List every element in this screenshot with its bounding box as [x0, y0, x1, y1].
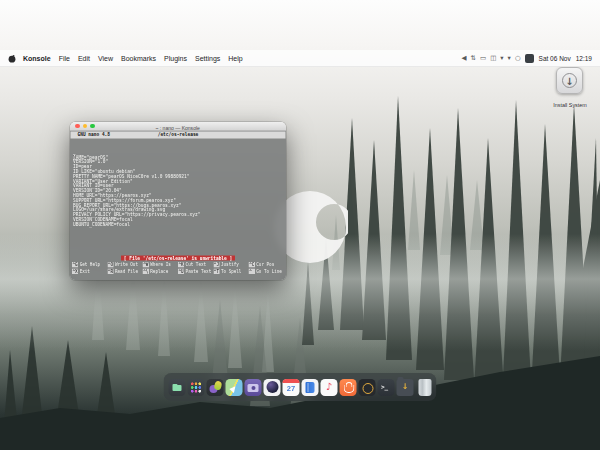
shortcut-key: ^W	[143, 262, 149, 268]
nano-shortcut: ^O Write Out	[107, 262, 142, 268]
music-icon[interactable]	[321, 379, 338, 396]
shortcut-key: ^K	[178, 262, 184, 268]
shortcut-label: Write Out	[115, 262, 138, 268]
camera-lens-icon[interactable]	[359, 379, 376, 396]
download-arrow-icon	[562, 73, 577, 88]
menu-bar: Konsole FileEditViewBookmarksPluginsSett…	[0, 50, 600, 67]
pear-menu-icon[interactable]	[8, 54, 16, 63]
nano-shortcut: ^J Justify	[213, 262, 248, 268]
pear-logo-icon	[8, 54, 16, 63]
shortcut-label: Justify	[221, 262, 239, 268]
battery-icon[interactable]	[480, 54, 486, 63]
nano-file-path: /etc/os-release	[71, 132, 286, 139]
menubar-menu-item[interactable]: Plugins	[164, 55, 187, 62]
menubar-menus: FileEditViewBookmarksPluginsSettingsHelp	[59, 55, 243, 62]
launchpad-icon[interactable]	[188, 379, 205, 396]
nano-shortcut: ^W Where Is	[143, 262, 178, 268]
maps-icon[interactable]	[226, 379, 243, 396]
calendar-day: 27	[283, 383, 300, 395]
maximize-button[interactable]	[90, 124, 95, 129]
sync-arrows-icon[interactable]	[471, 54, 476, 63]
menubar-menu-item[interactable]: Bookmarks	[121, 55, 156, 62]
shortcut-label: Where Is	[150, 262, 170, 268]
calendar-icon[interactable]: 27	[283, 379, 300, 396]
install-system-label: Install System	[532, 96, 600, 114]
menubar-menu-item[interactable]: Settings	[195, 55, 220, 62]
nano-status-bar: [ File '/etc/os-release' is unwritable ]	[70, 255, 286, 261]
nano-file-contents: NAME="pearOS"VERSION="1.0"ID=pearID_LIKE…	[73, 141, 286, 227]
clipboard-icon[interactable]	[490, 54, 496, 63]
menubar-menu-item[interactable]: Edit	[78, 55, 90, 62]
downloads-folder-icon[interactable]	[397, 379, 414, 396]
shortcut-key: ^C	[249, 262, 255, 268]
menubar-status-area: Sat 06 Nov 12:19	[462, 54, 592, 63]
shortcut-label: Cur Pos	[256, 262, 274, 268]
app-store-icon[interactable]	[207, 379, 224, 396]
menubar-clock[interactable]: Sat 06 Nov 12:19	[539, 55, 592, 62]
shortcut-label: Get Help	[80, 262, 100, 268]
trash-icon[interactable]	[419, 379, 432, 396]
dock: 27	[164, 373, 437, 401]
nano-status-message: [ File '/etc/os-release' is unwritable ]	[121, 256, 235, 261]
close-button[interactable]	[75, 124, 80, 129]
browser-icon[interactable]	[264, 379, 281, 396]
install-system-icon[interactable]	[556, 67, 583, 94]
konsole-window[interactable]: ~ : nano — Konsole GNU nano 4.8 /etc/os-…	[70, 122, 286, 280]
shortcut-key: ^O	[107, 262, 113, 268]
menubar-menu-item[interactable]: Help	[228, 55, 242, 62]
shortcut-label: Cut Text	[186, 262, 206, 268]
chevron-down-icon[interactable]	[508, 54, 511, 63]
books-icon[interactable]	[302, 379, 319, 396]
nano-shortcut: ^K Cut Text	[178, 262, 213, 268]
menubar-menu-item[interactable]: View	[98, 55, 113, 62]
nano-shortcuts-row1: ^G Get Help ^O Write Out ^W Where Is ^K …	[72, 262, 284, 268]
clock-date: Sat 06 Nov	[539, 55, 571, 62]
shortcut-key: ^J	[213, 262, 219, 268]
shortcut-key: ^G	[72, 262, 78, 268]
menubar-menu-item[interactable]: File	[59, 55, 70, 62]
traffic-lights	[75, 124, 95, 129]
nano-shortcut: ^G Get Help	[72, 262, 107, 268]
window-titlebar[interactable]: ~ : nano — Konsole	[70, 122, 286, 131]
volume-icon[interactable]	[462, 54, 467, 63]
file-manager-icon[interactable]	[169, 379, 186, 396]
search-icon[interactable]	[515, 54, 521, 63]
active-app-name[interactable]: Konsole	[23, 55, 51, 62]
chevron-down-icon[interactable]	[500, 54, 503, 63]
minimize-button[interactable]	[83, 124, 88, 129]
store-bag-icon[interactable]	[340, 379, 357, 396]
terminal-content[interactable]: GNU nano 4.8 /etc/os-release NAME="pearO…	[70, 131, 286, 280]
nano-editor: GNU nano 4.8 /etc/os-release NAME="pearO…	[70, 131, 286, 280]
clock-time: 12:19	[576, 55, 592, 62]
system-tray	[462, 54, 534, 63]
photos-icon[interactable]	[245, 379, 262, 396]
terminal-icon[interactable]	[378, 379, 395, 396]
user-session-icon[interactable]	[525, 54, 534, 63]
nano-shortcut: ^C Cur Pos	[249, 262, 284, 268]
nano-titlebar: GNU nano 4.8 /etc/os-release	[71, 132, 286, 139]
